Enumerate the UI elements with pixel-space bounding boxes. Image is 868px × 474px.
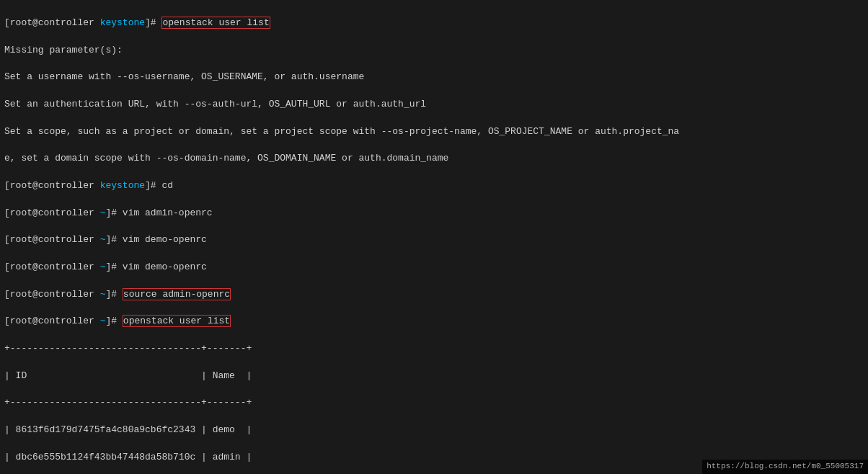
cmd-highlight-3: openstack user list [123,315,231,327]
line-13: +----------------------------------+----… [4,342,864,356]
prompt-dir-2: keystone [100,180,145,191]
prompt-dir: keystone [100,17,145,28]
line-14: | ID | Name | [4,370,864,383]
prompt-dir-5: ~ [100,261,106,272]
line-10: [root@controller ~]# vim demo-openrc [4,261,864,274]
prompt-5: [root@controller ~]# [4,261,123,272]
prompt-dir-7: ~ [100,316,106,326]
line-16: | 8613f6d179d7475fa4c80a9cb6fc2343 | dem… [4,424,864,437]
prompt-6: [root@controller ~]# [4,289,123,300]
cmd-highlight-1: openstack user list [161,17,270,29]
prompt-3: [root@controller ~]# [4,207,123,218]
terminal-window: [root@controller keystone]# openstack us… [0,0,868,474]
prompt: [root@controller keystone]# [4,17,161,28]
line-11: [root@controller ~]# source admin-openrc [4,288,864,302]
line-4: Set an authentication URL, with --os-aut… [4,98,864,112]
line-7: [root@controller keystone]# cd [4,179,864,193]
line-12: [root@controller ~]# openstack user list [4,315,864,328]
prompt-dir-4: ~ [100,234,106,245]
prompt-dir-3: ~ [100,207,106,218]
line-6: e, set a domain scope with --os-domain-n… [4,152,864,166]
line-15: +----------------------------------+----… [4,396,864,410]
line-5: Set a scope, such as a project or domain… [4,125,864,139]
prompt-2: [root@controller keystone]# [4,180,161,191]
url-bar: https://blog.csdn.net/m0_55005317 [702,460,868,474]
prompt-7: [root@controller ~]# [4,316,123,326]
prompt-4: [root@controller ~]# [4,234,123,245]
prompt-dir-6: ~ [100,289,106,300]
line-1: [root@controller keystone]# openstack us… [4,17,864,30]
line-2: Missing parameter(s): [4,44,864,58]
line-9: [root@controller ~]# vim demo-openrc [4,233,864,247]
line-8: [root@controller ~]# vim admin-openrc [4,207,864,220]
cmd-highlight-2: source admin-openrc [123,288,231,300]
line-3: Set a username with --os-username, OS_US… [4,71,864,84]
